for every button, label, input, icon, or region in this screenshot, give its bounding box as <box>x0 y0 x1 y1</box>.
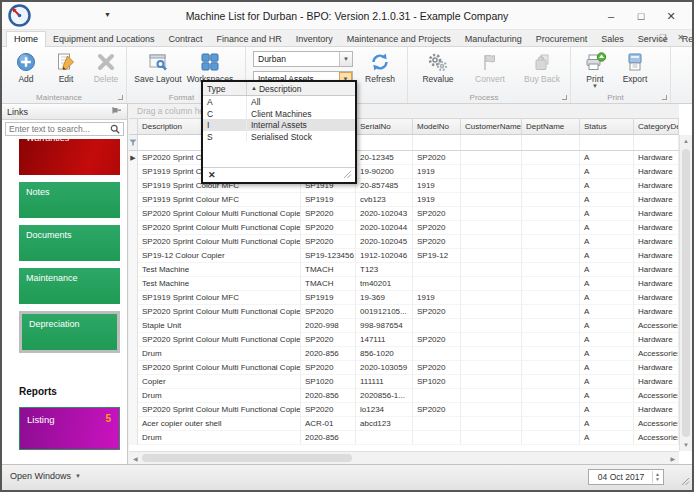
save-layout-button[interactable]: Save Layout <box>132 49 184 89</box>
close-button[interactable]: ✕ <box>656 10 686 23</box>
cell-hidden: SP19-123456 <box>301 249 356 263</box>
group-dialog-launcher-icon[interactable] <box>562 95 567 100</box>
delete-button[interactable]: Delete <box>86 49 126 84</box>
table-row[interactable]: SP2020 Sprint Colour Multi Functional Co… <box>129 333 679 347</box>
group-dialog-launcher-icon[interactable] <box>662 95 667 100</box>
horizontal-scroll-thumb[interactable] <box>142 454 352 462</box>
mdi-restore-icon[interactable]: ❏ <box>659 33 666 42</box>
scroll-right-icon[interactable]: ▶ <box>670 452 675 464</box>
filter-cell-deptname[interactable] <box>522 135 580 150</box>
link-tile-depreciation[interactable]: Depreciation <box>19 311 120 353</box>
filter-option-client-machines[interactable]: CClient Machines <box>203 108 355 120</box>
report-tile-listing[interactable]: Listing 5 <box>19 407 120 450</box>
vertical-scroll-thumb[interactable] <box>682 149 690 437</box>
table-row[interactable]: CopierSP1020111111SP1020AHardware <box>129 375 679 389</box>
column-header-modelno[interactable]: ModelNo <box>413 119 461 134</box>
open-windows-button[interactable]: Open Windows ▼ <box>10 471 81 481</box>
date-field[interactable]: 04 Oct 2017 ▲▼ <box>588 469 664 485</box>
edit-button[interactable]: Edit <box>46 49 86 84</box>
column-header-categorydesc[interactable]: CategoryDesc <box>634 119 679 134</box>
tab-equipment-and-locations[interactable]: Equipment and Locations <box>46 32 162 46</box>
column-header-customername[interactable]: CustomerName▲ <box>461 119 522 134</box>
tab-manufacturing[interactable]: Manufacturing <box>458 32 529 46</box>
row-indicator <box>129 333 138 347</box>
convert-button[interactable]: Convert <box>464 49 516 84</box>
mdi-minimize-icon[interactable]: – <box>644 33 648 42</box>
table-row[interactable]: SP1919 Sprint Colour MFCSP191919-3691919… <box>129 291 679 305</box>
refresh-button[interactable]: Refresh <box>357 49 403 84</box>
column-header-deptname[interactable]: DeptName <box>522 119 580 134</box>
window-resize-grip-icon[interactable] <box>680 476 690 488</box>
table-row[interactable]: SP1919 Sprint Colour MFCSP1919cvb1231919… <box>129 193 679 207</box>
ribbon-group-maintenance: Add Edit <box>2 47 127 103</box>
delete-icon <box>86 50 126 74</box>
filter-cell-customername[interactable] <box>461 135 522 150</box>
scroll-up-icon[interactable]: ▲ <box>680 138 692 144</box>
add-button[interactable]: Add <box>6 49 46 84</box>
filter-popup-column-type[interactable]: Type <box>203 82 247 95</box>
table-row[interactable]: SP2020 Sprint Colour Multi Functional Co… <box>129 235 679 249</box>
export-button[interactable]: Export <box>615 49 655 89</box>
horizontal-scrollbar[interactable]: ◀ ▶ <box>129 451 679 464</box>
filter-option-serialised-stock[interactable]: SSerialised Stock <box>203 131 355 143</box>
site-selector-combo[interactable]: Durban ▼ <box>253 51 353 67</box>
filter-option-all[interactable]: AAll <box>203 96 355 108</box>
buy-back-button[interactable]: Buy Back <box>516 49 568 84</box>
table-row[interactable]: SP19-12 Colour CopierSP19-1234561912-102… <box>129 249 679 263</box>
tab-sales[interactable]: Sales <box>594 32 631 46</box>
minimize-button[interactable]: – <box>596 10 626 22</box>
table-row[interactable]: Staple Unit2020-998998-987654AAccessorie… <box>129 319 679 333</box>
table-row[interactable]: Drum2020-8562020856-1...AAccessories <box>129 389 679 403</box>
table-row[interactable]: SP2020 Sprint Colour Multi Functional Co… <box>129 221 679 235</box>
table-row[interactable]: Drum2020-856856-1020AAccessories <box>129 347 679 361</box>
link-tile-maintenance[interactable]: Maintenance <box>19 268 120 304</box>
column-header-serialno[interactable]: SerialNo <box>356 119 413 134</box>
cell-deptname <box>522 347 580 361</box>
resize-grip-icon[interactable] <box>343 170 352 181</box>
clear-filter-button[interactable]: ✕ <box>206 170 218 180</box>
link-tile-documents[interactable]: Documents <box>19 225 120 261</box>
pin-icon[interactable] <box>112 106 122 117</box>
print-button[interactable]: Print ▼ <box>575 49 615 89</box>
date-spinner[interactable]: ▲▼ <box>652 471 662 483</box>
link-tile-warranties[interactable]: Warranties <box>19 139 120 175</box>
vertical-scrollbar[interactable]: ▲ ▼ <box>679 135 692 451</box>
revalue-button[interactable]: Revalue <box>412 49 464 84</box>
scroll-down-icon[interactable]: ▼ <box>680 442 692 448</box>
window-title: Machine List for Durban - BPO: Version 2… <box>2 2 692 30</box>
cell-serialno: 001912105... <box>356 305 413 319</box>
table-row[interactable]: Test MachineTMACHT123AHardware <box>129 263 679 277</box>
scroll-left-icon[interactable]: ◀ <box>133 452 138 464</box>
search-field[interactable] <box>9 124 110 134</box>
cell-serialno: 19-90200 <box>356 165 413 179</box>
mdi-close-icon[interactable]: ✕ <box>677 33 684 42</box>
table-row[interactable]: SP2020 Sprint Colour Multi Functional Co… <box>129 403 679 417</box>
chevron-down-icon[interactable]: ▼ <box>339 52 352 66</box>
column-header-status[interactable]: Status <box>580 119 634 134</box>
table-row[interactable]: SP2020 Sprint Colour Multi Functional Co… <box>129 361 679 375</box>
filter-cell-status[interactable] <box>580 135 634 150</box>
filter-option-internal-assets[interactable]: IInternal Assets <box>203 119 355 131</box>
table-row[interactable]: Test MachineTMACHtm40201AHardware <box>129 277 679 291</box>
group-dialog-launcher-icon[interactable] <box>118 95 123 100</box>
tab-contract[interactable]: Contract <box>162 32 210 46</box>
table-row[interactable]: Drum2020-856AAccessories <box>129 431 679 445</box>
tab-finance-and-hr[interactable]: Finance and HR <box>210 32 289 46</box>
filter-cell-modelno[interactable] <box>413 135 461 150</box>
filter-cell-categorydesc[interactable] <box>634 135 679 150</box>
link-tile-notes[interactable]: Notes <box>19 182 120 218</box>
filter-popup-column-description[interactable]: ▲ Description <box>247 82 355 95</box>
tab-inventory[interactable]: Inventory <box>289 32 340 46</box>
filter-cell-serialno[interactable] <box>356 135 413 150</box>
cell-serialno: 2020856-1... <box>356 389 413 403</box>
search-input[interactable] <box>5 122 124 136</box>
table-row[interactable]: SP2020 Sprint Colour Multi Functional Co… <box>129 207 679 221</box>
tab-home[interactable]: Home <box>6 31 46 47</box>
cell-description: Drum <box>138 431 301 445</box>
restore-button[interactable]: □ <box>626 10 656 22</box>
cell-status: A <box>580 333 634 347</box>
tab-procurement[interactable]: Procurement <box>529 32 595 46</box>
table-row[interactable]: Acer copier outer shellACR-01abcd123AAcc… <box>129 417 679 431</box>
table-row[interactable]: SP2020 Sprint Colour Multi Functional Co… <box>129 305 679 319</box>
tab-maintenance-and-projects[interactable]: Maintenance and Projects <box>340 32 458 46</box>
